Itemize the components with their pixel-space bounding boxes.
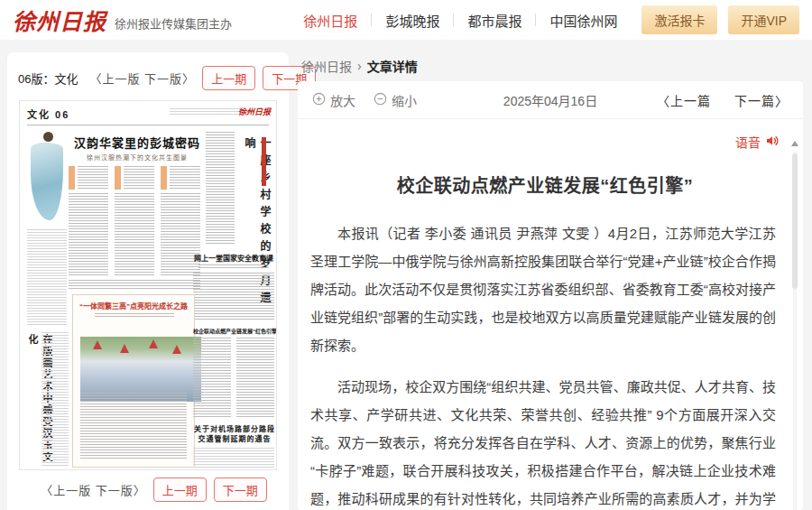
hanfu-woman-illustration	[27, 131, 67, 223]
site-logo[interactable]: 徐州日报	[13, 4, 106, 36]
paper-masthead: 徐州日报	[238, 106, 271, 117]
prev-page-link[interactable]: 〈上一版	[41, 484, 91, 497]
nav-item-xuzhou-daily[interactable]: 徐州日报	[290, 11, 371, 30]
page-nav-bottom: 〈上一版 下一版〉	[41, 481, 146, 498]
paper-notice-line2: 交通管制延期的通告	[193, 434, 276, 444]
simulated-text	[69, 193, 108, 276]
next-page-link[interactable]: 下一版〉	[96, 484, 146, 497]
simulated-text	[27, 229, 67, 327]
simulated-text	[115, 193, 154, 276]
scrollbar-up-arrow-icon[interactable]	[791, 141, 798, 146]
column-tag	[161, 166, 167, 190]
article-paragraph: 活动现场，校企双方围绕“组织共建、党员共管、廉政共促、人才共育、技术共享、产学研…	[310, 373, 776, 510]
next-issue-button[interactable]: 下一期	[214, 478, 267, 502]
breadcrumb-current: 文章详情	[367, 57, 418, 75]
epaper-panel-header: 06版：文化 〈上一版 下一版〉 上一期 下一期	[7, 52, 289, 98]
paper-column	[69, 166, 108, 276]
nav-item-china-xuzhou-net[interactable]: 中国徐州网	[536, 11, 631, 30]
scrollbar-thumb[interactable]	[792, 153, 798, 289]
red-flag	[149, 339, 158, 348]
column-tag	[115, 166, 121, 190]
paper-box-headline: “一体同繁三高”点亮阳光成长之路	[73, 301, 194, 311]
paper-current-article-headline: 校企联动点燃产业链发展“红色引擎”	[193, 327, 276, 335]
article-scrollbar	[791, 141, 798, 510]
illustration-head	[43, 132, 53, 142]
prev-article-link[interactable]: 〈上一篇	[657, 91, 711, 109]
zoom-out-icon	[374, 92, 387, 108]
simulated-text	[124, 166, 154, 190]
breadcrumb-separator: ›	[357, 59, 362, 73]
simulated-text	[193, 273, 274, 320]
breadcrumb-root[interactable]: 徐州日报	[301, 57, 352, 75]
paper-rule	[27, 125, 269, 125]
paper-column	[115, 166, 154, 276]
prev-issue-button[interactable]: 上一期	[202, 66, 255, 90]
paper-notice-line1: 关于对机场路部分路段	[193, 424, 276, 434]
simulated-text	[80, 393, 187, 459]
illustration-robe	[31, 143, 63, 220]
top-bar: 徐州日报 徐州报业传媒集团主办 徐州日报 彭城晚报 都市晨报 中国徐州网 激活报…	[0, 0, 812, 40]
zoom-in-button[interactable]: 放大	[312, 91, 355, 109]
simulated-text	[236, 338, 274, 419]
article-title: 校企联动点燃产业链发展“红色引擎”	[328, 172, 761, 198]
simulated-text	[206, 132, 235, 246]
voice-button[interactable]: 语音	[735, 133, 780, 151]
zoom-in-icon	[312, 92, 326, 108]
prev-page-link[interactable]: 〈上一版	[89, 72, 140, 86]
article-body: 本报讯（记者 李小委 通讯员 尹燕萍 文雯 ）4月2日，江苏师范大学江苏圣理工学…	[310, 219, 776, 510]
open-vip-button[interactable]: 开通VIP	[728, 5, 799, 34]
breadcrumb: 徐州日报 › 文章详情	[301, 57, 418, 75]
red-flag	[172, 345, 181, 354]
activate-card-button[interactable]: 激活报卡	[641, 5, 717, 34]
red-label-tag	[262, 137, 266, 186]
nav-item-dushi-morning[interactable]: 都市晨报	[454, 11, 535, 30]
epaper-panel-footer: 〈上一版 下一版〉 上一期 下一期	[7, 478, 289, 502]
paper-boxed-article: “一体同繁三高”点亮阳光成长之路	[72, 294, 195, 468]
page-nav: 〈上一版 下一版〉	[89, 70, 195, 87]
zoom-out-button[interactable]: 缩小	[374, 91, 417, 109]
prev-issue-button[interactable]: 上一期	[153, 478, 207, 502]
next-article-link[interactable]: 下一篇〉	[734, 91, 789, 109]
simulated-text	[78, 166, 108, 190]
simulated-text	[193, 448, 274, 468]
zoom-in-label: 放大	[330, 91, 355, 109]
zoom-out-label: 缩小	[392, 91, 417, 109]
nav-item-pengcheng-evening[interactable]: 彭城晚报	[372, 11, 453, 30]
simulated-text	[95, 313, 174, 317]
simulated-text	[69, 280, 200, 291]
simulated-text	[42, 332, 69, 466]
simulated-text	[170, 108, 240, 116]
speaker-icon	[765, 134, 780, 151]
simulated-text	[198, 264, 269, 268]
site-nav: 徐州日报 彭城晚报 都市晨报 中国徐州网	[290, 11, 631, 30]
paper-main-headline: 汉韵华裳里的彭城密码	[67, 134, 208, 151]
simulated-text	[170, 166, 200, 190]
simulated-text	[161, 193, 200, 276]
edition-label: 06版：文化	[18, 70, 78, 87]
column-tag	[69, 166, 75, 190]
red-flag	[120, 344, 129, 353]
newspaper-page-thumbnail[interactable]: 文化 06 徐州日报 汉韵华裳里的彭城密码 徐州汉服热潮下的文化共生图景	[19, 100, 277, 470]
article-detail-card: 放大 缩小 2025年04月16日 〈上一篇 下一篇〉 语音 校企联动点燃产业链…	[298, 81, 803, 510]
simulated-text	[193, 338, 231, 419]
paper-main-subhead: 徐州汉服热潮下的文化共生图景	[67, 153, 208, 162]
paper-section-label: 文化 06	[27, 107, 69, 121]
site-slogan: 徐州报业传媒集团主办	[115, 14, 232, 32]
next-page-link[interactable]: 下一版〉	[144, 72, 195, 86]
article-paragraph: 本报讯（记者 李小委 通讯员 尹燕萍 文雯 ）4月2日，江苏师范大学江苏圣理工学…	[310, 219, 776, 359]
paper-notice-headline: 关于对机场路部分路段 交通管制延期的通告	[193, 424, 276, 444]
epaper-panel: 06版：文化 〈上一版 下一版〉 上一期 下一期 文化 06 徐州日报 汉韵华裳…	[7, 52, 289, 510]
red-flag	[93, 340, 102, 349]
article-nav: 〈上一篇 下一篇〉	[657, 91, 789, 109]
article-toolbar: 放大 缩小 2025年04月16日 〈上一篇 下一篇〉	[298, 81, 803, 119]
voice-label: 语音	[735, 133, 761, 151]
paper-mid-headline: 网上一堂国家安全教育课	[193, 253, 274, 263]
